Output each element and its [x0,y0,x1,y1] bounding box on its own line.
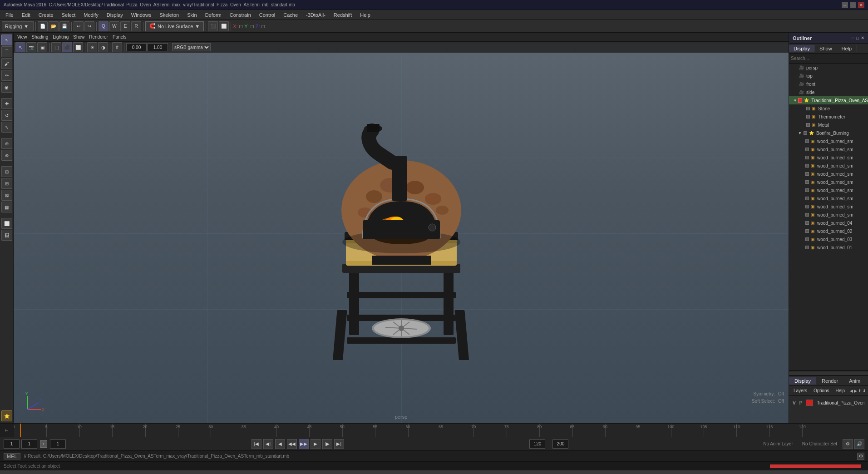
workspace-button[interactable]: ⭐ [1,410,12,421]
render4-button[interactable]: 🖼 [1,230,12,241]
shading-menu[interactable]: Shading [30,33,50,42]
outliner-horizontal-scroll[interactable] [789,370,868,375]
prev-frame-button[interactable]: ◀| [263,439,273,449]
settings-button[interactable]: ⚙ [843,439,853,449]
menu-redshift[interactable]: Redshift [330,11,355,19]
menu-select[interactable]: Select [58,11,79,19]
audio-button[interactable]: 🔊 [854,439,864,449]
outliner-tab-display[interactable]: Display [789,45,815,52]
outliner-search-bar[interactable] [789,54,868,64]
display-tab-display[interactable]: Display [789,377,816,385]
prev-key-button[interactable]: ◀ [275,439,285,449]
vp-light-btn[interactable]: ☀ [87,42,97,52]
tree-wood4[interactable]: ▣ wood_burned_sm [789,162,868,170]
redo-button[interactable]: ↪ [84,21,94,31]
mel-python-toggle[interactable]: MEL [4,453,20,459]
vp-shadow-btn[interactable]: ◑ [98,42,108,52]
mode-dropdown[interactable]: Rigging ▼ [2,21,34,31]
select-mode-button[interactable]: ↖ [1,35,12,45]
translate-button[interactable]: W [109,21,119,31]
select-button[interactable]: Q [99,21,108,31]
menu-cache[interactable]: Cache [280,11,301,19]
offset-input[interactable] [126,43,147,51]
go-start-button[interactable]: |◀ [252,439,261,449]
next-key-button[interactable]: ▶ [311,439,321,449]
no-live-surface-button[interactable]: 🧲 No Live Surface ▼ [145,21,204,31]
outliner-tab-help[interactable]: Help [837,45,857,52]
next-frame-button[interactable]: |▶ [322,439,332,449]
outliner-minimize-btn[interactable]: ─ [851,35,854,40]
snap2-button[interactable]: ⊗ [1,150,12,161]
vp-tex-btn[interactable]: ⬜ [73,42,83,52]
menu-create[interactable]: Create [35,11,57,19]
tree-metal[interactable]: ▣ Metal [789,121,868,129]
tree-pizza-oven[interactable]: ▼ ⭐ Traditional_Pizza_Oven_AS [789,96,868,104]
minimize-button[interactable]: ─ [842,2,848,8]
view-menu[interactable]: View [15,33,29,42]
tree-wood7[interactable]: ▣ wood_burned_sm [789,186,868,194]
menu-help[interactable]: Help [356,11,374,19]
view3-button[interactable]: ⊠ [1,190,12,201]
menu-control[interactable]: Control [256,11,279,19]
tree-wood6[interactable]: ▣ wood_burned_sm [789,178,868,186]
end-marker-input[interactable] [50,439,66,449]
show-menu[interactable]: Show [71,33,86,42]
tree-bonfire[interactable]: ▼ ⭐ Bonfire_Burning [789,129,868,137]
tree-wood01[interactable]: ▣ wood_burned_01 [789,243,868,252]
tree-side[interactable]: 🎥 side [789,88,868,96]
vp-display-btn[interactable]: ▣ [37,42,47,52]
outliner-search-input[interactable] [791,54,866,63]
renderer-menu[interactable]: Renderer [87,33,110,42]
range-end-input[interactable] [529,439,545,449]
tree-wood3[interactable]: ▣ wood_burned_sm [789,153,868,162]
current-frame-input[interactable] [21,439,37,449]
menu-windows[interactable]: Windows [128,11,155,19]
tree-wood1[interactable]: ▣ wood_burned_sm [789,137,868,145]
lasso-button[interactable]: ⌒ [1,46,12,57]
lighting-menu[interactable]: Lighting [51,33,70,42]
move-button[interactable]: ✚ [1,98,12,109]
menu-edit[interactable]: Edit [18,11,34,19]
viewport-3d[interactable]: View Shading Lighting Show Renderer Pane… [14,33,789,423]
go-end-button[interactable]: ▶| [334,439,344,449]
rotate-button[interactable]: E [120,21,130,31]
new-scene-button[interactable]: 📄 [38,21,48,31]
play-back-button[interactable]: ◀◀ [287,439,297,449]
open-button[interactable]: 📂 [49,21,59,31]
tree-wood5[interactable]: ▣ wood_burned_sm [789,170,868,178]
layer-color-swatch[interactable] [806,400,813,406]
display-tab-anim[interactable]: Anim [843,377,866,385]
play-forward-button[interactable]: ▶▶ [299,439,309,449]
help-tab[interactable]: Help [833,388,848,393]
status-settings-btn[interactable]: ⚙ [857,453,864,460]
menu-constrain[interactable]: Constrain [226,11,255,19]
soft-mod-button[interactable]: ◉ [1,82,12,93]
undo-button[interactable]: ↩ [74,21,84,31]
paint-button[interactable]: 🖌 [1,58,12,69]
display-nav-right[interactable]: ▶ [854,389,857,393]
panels-menu[interactable]: Panels [111,33,128,42]
menu-modify[interactable]: Modify [80,11,102,19]
tree-top[interactable]: 🎥 top [789,72,868,80]
rotate-tool-button[interactable]: ↺ [1,110,12,121]
view2-button[interactable]: ⊞ [1,178,12,189]
menu-display[interactable]: Display [103,11,127,19]
tree-wood02[interactable]: ▣ wood_burned_02 [789,227,868,235]
scale-button[interactable]: R [131,21,141,31]
scale-tool-button[interactable]: ⤡ [1,122,12,133]
vp-camera-btn[interactable]: 📷 [26,42,36,52]
tree-wood9[interactable]: ▣ wood_burned_sm [789,202,868,211]
menu-deform[interactable]: Deform [202,11,225,19]
menu-3dtoall[interactable]: -3DtoAll- [302,11,329,19]
maximize-button[interactable]: □ [850,2,856,8]
render2-button[interactable]: ⬜ [219,21,229,31]
tree-persp[interactable]: 🎥 persp [789,64,868,72]
vp-wireframe-btn[interactable]: ⬚ [51,42,61,52]
sculpt-button[interactable]: ✏ [1,70,12,81]
vp-select-btn[interactable]: ↖ [15,42,25,52]
playback-end-input[interactable] [552,439,568,449]
render3-button[interactable]: ⬜ [1,218,12,229]
tree-wood2[interactable]: ▣ wood_burned_sm [789,145,868,153]
save-button[interactable]: 💾 [59,21,69,31]
outliner-close-btn[interactable]: ✕ [861,35,864,40]
